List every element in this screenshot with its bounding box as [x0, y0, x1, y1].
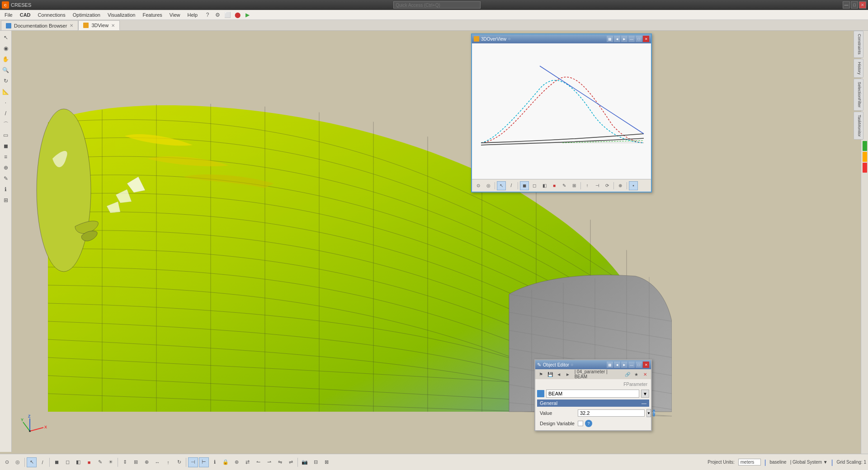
- lt-line-icon[interactable]: /: [1, 108, 11, 118]
- overview-restore-icon[interactable]: □: [636, 36, 642, 42]
- menu-file[interactable]: File: [1, 11, 16, 19]
- lt-pan-icon[interactable]: ✋: [1, 54, 11, 64]
- objed-general-section[interactable]: General —: [537, 400, 649, 407]
- ov-tool1-icon[interactable]: ⊣: [593, 181, 602, 190]
- menu-help[interactable]: Help: [184, 11, 202, 19]
- bt-render-icon[interactable]: ✎: [95, 457, 105, 467]
- ov-camera-icon[interactable]: ⊙: [474, 181, 483, 190]
- close-button[interactable]: ✕: [859, 1, 866, 9]
- overview-minimize-icon[interactable]: —: [628, 36, 635, 42]
- overview-prev-icon[interactable]: ◄: [614, 36, 620, 42]
- bt-active1-icon[interactable]: ⊣: [188, 457, 198, 467]
- objed-design-help-icon[interactable]: ?: [585, 420, 592, 427]
- play-icon[interactable]: ▶: [243, 10, 252, 19]
- settings-icon[interactable]: ⚙: [213, 10, 222, 19]
- stop-icon[interactable]: ⬤: [233, 10, 242, 19]
- bt-arr2-icon[interactable]: ⇀: [264, 457, 274, 467]
- objed-design-checkbox[interactable]: [578, 421, 583, 426]
- history-tab[interactable]: History: [854, 59, 863, 78]
- quick-access-search[interactable]: [393, 1, 481, 9]
- bt-lock-icon[interactable]: 🔒: [221, 457, 231, 467]
- bt-arr1-icon[interactable]: ↼: [253, 457, 263, 467]
- overview-titlebar[interactable]: 3DOverView ○ ▦ ◄ ► — □ ✕: [472, 34, 651, 43]
- lt-solid-icon[interactable]: ◼: [1, 141, 11, 151]
- lt-cursor-icon[interactable]: ↖: [1, 33, 11, 42]
- ov-color-icon[interactable]: ■: [550, 181, 559, 190]
- objed-prev-icon[interactable]: ◄: [614, 362, 620, 368]
- lt-layers-icon[interactable]: ≡: [1, 152, 11, 162]
- objed-settings-icon[interactable]: ▦: [607, 362, 613, 368]
- lt-measure-icon[interactable]: 📐: [1, 87, 11, 97]
- bt-grid-icon[interactable]: ⊞: [131, 457, 141, 467]
- objed-minimize-icon[interactable]: —: [628, 362, 635, 368]
- ov-edit-icon[interactable]: ✎: [560, 181, 569, 190]
- task-monitor-tab[interactable]: TaskMonitor: [854, 112, 863, 140]
- ov-grid-icon[interactable]: ⊞: [570, 181, 579, 190]
- tab-3dview-close[interactable]: ✕: [111, 23, 115, 28]
- ov-tool2-icon[interactable]: ⟳: [603, 181, 612, 190]
- bt-sym-icon[interactable]: ↔: [152, 457, 162, 467]
- tab-3dview[interactable]: 3DView ✕: [78, 20, 120, 30]
- bt-light-icon[interactable]: ☀: [106, 457, 116, 467]
- color-green[interactable]: [863, 141, 867, 151]
- bt-icon2[interactable]: ◎: [13, 457, 23, 467]
- lt-view-icon[interactable]: ◉: [1, 43, 11, 53]
- ov-bg-icon[interactable]: ▪: [629, 181, 638, 190]
- ov-pen-icon[interactable]: /: [507, 181, 516, 190]
- maximize-button[interactable]: □: [851, 1, 858, 9]
- bt-info-icon[interactable]: ℹ: [210, 457, 220, 467]
- ov-zoom-fit-icon[interactable]: ⊕: [616, 181, 625, 190]
- objed-close-icon[interactable]: ✕: [643, 362, 649, 368]
- menu-connections[interactable]: Connections: [34, 11, 69, 19]
- ov-solid-icon[interactable]: ◧: [540, 181, 549, 190]
- constraints-tab[interactable]: Constraints: [854, 31, 863, 58]
- objed-name-btn[interactable]: ▼: [641, 390, 649, 398]
- objed-tb-star-icon[interactable]: ★: [632, 370, 641, 378]
- tab-doc-browser[interactable]: Documentation Browser ✕: [1, 20, 78, 30]
- bt-snap-icon[interactable]: ⊕: [142, 457, 151, 467]
- bt-surface-icon[interactable]: ◧: [73, 457, 83, 467]
- lt-snap-icon[interactable]: ⊕: [1, 163, 11, 173]
- objed-name-input[interactable]: [546, 390, 639, 398]
- objed-tb-icon1[interactable]: ⚑: [537, 370, 545, 378]
- menu-visualization[interactable]: Visualization: [104, 11, 139, 19]
- bt-draw-icon[interactable]: /: [38, 457, 47, 467]
- tab-doc-browser-close[interactable]: ✕: [70, 23, 73, 28]
- bt-icon1[interactable]: ⊙: [2, 457, 12, 467]
- objed-value-dropdown[interactable]: ▼: [646, 409, 651, 417]
- help-icon[interactable]: ?: [203, 10, 212, 19]
- objed-value-input[interactable]: [578, 409, 645, 417]
- objed-tb-save-icon[interactable]: 💾: [546, 370, 554, 378]
- ov-cursor-icon[interactable]: ↖: [497, 181, 506, 190]
- lt-point-icon[interactable]: ·: [1, 98, 11, 108]
- main-viewport[interactable]: X Y Z 3DOverView ○: [12, 31, 672, 454]
- lt-tree-icon[interactable]: ⊞: [1, 195, 11, 205]
- coord-system[interactable]: | Global System ▼: [790, 460, 828, 465]
- bt-color-icon[interactable]: ■: [84, 457, 94, 467]
- project-units-value[interactable]: meters: [738, 459, 761, 465]
- bt-active2-icon[interactable]: ⊢: [199, 457, 209, 467]
- menu-view[interactable]: View: [166, 11, 184, 19]
- lt-edit-icon[interactable]: ✎: [1, 174, 11, 183]
- objed-tb-link-icon[interactable]: 🔗: [623, 370, 632, 378]
- bt-arr3-icon[interactable]: ⇋: [275, 457, 285, 467]
- objed-restore-icon[interactable]: □: [636, 362, 642, 368]
- ov-shaded-icon[interactable]: ◼: [520, 181, 529, 190]
- objed-general-collapse[interactable]: —: [642, 400, 646, 406]
- color-red[interactable]: [863, 163, 867, 173]
- objed-tb-next-icon[interactable]: ►: [564, 370, 572, 378]
- menu-features[interactable]: Features: [139, 11, 165, 19]
- overview-close-icon[interactable]: ✕: [643, 36, 649, 42]
- bt-ruler-icon[interactable]: ⇕: [120, 457, 130, 467]
- bt-globe-icon[interactable]: ⊛: [231, 457, 241, 467]
- objed-value-help-icon[interactable]: ?: [653, 409, 655, 417]
- model-canvas[interactable]: X Y Z 3DOverView ○: [12, 31, 672, 454]
- lt-rotate-icon[interactable]: ↻: [1, 76, 11, 86]
- lt-surface-icon[interactable]: ▭: [1, 130, 11, 140]
- lt-info-icon[interactable]: ℹ: [1, 184, 11, 194]
- bt-mesh-icon[interactable]: ◻: [62, 457, 72, 467]
- bt-arr4-icon[interactable]: ⇌: [286, 457, 296, 467]
- bt-select-icon[interactable]: ↖: [27, 457, 37, 467]
- objed-next-icon[interactable]: ►: [621, 362, 627, 368]
- bt-measure2-icon[interactable]: ⊠: [321, 457, 331, 467]
